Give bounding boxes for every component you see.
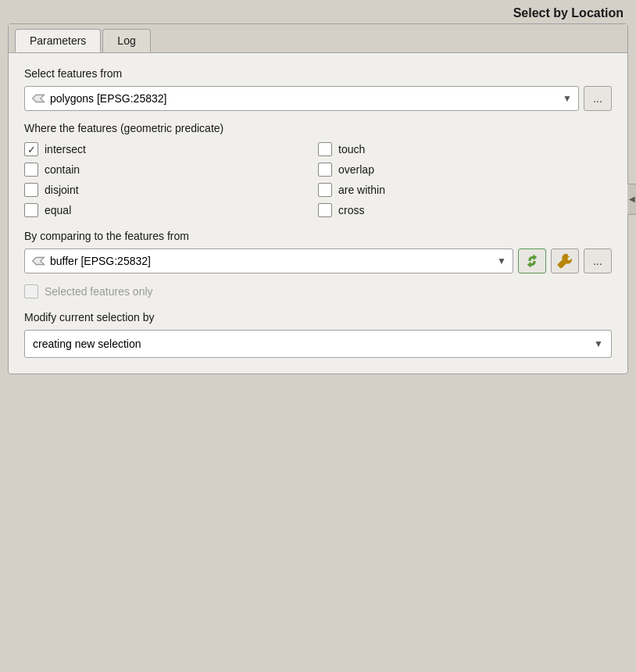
refresh-icon	[523, 252, 541, 270]
modify-selection-dropdown[interactable]: creating new selection ▼	[24, 330, 612, 358]
selected-features-checkbox[interactable]	[24, 284, 38, 298]
checkbox-are-within-label: are within	[338, 184, 385, 196]
compare-btn-ellipsis[interactable]: ...	[584, 248, 612, 273]
checkbox-intersect-box[interactable]: ✓	[24, 142, 38, 156]
selected-features-label: Selected features only	[45, 285, 153, 298]
checkbox-disjoint-box[interactable]	[24, 183, 38, 197]
checkbox-equal[interactable]: equal	[24, 203, 318, 217]
compare-features-dropdown[interactable]: buffer [EPSG:25832] ▼	[24, 248, 513, 273]
compare-features-label: By comparing to the features from	[24, 230, 612, 242]
checkbox-intersect[interactable]: ✓ intersect	[24, 142, 318, 156]
tab-parameters[interactable]: Parameters	[15, 29, 101, 52]
layer-icon	[31, 93, 45, 104]
geometric-predicate-label: Where the features (geometric predicate)	[24, 122, 612, 134]
checkboxes-grid: ✓ intersect touch contain overlap disjoi	[24, 142, 612, 217]
modify-selection-arrow: ▼	[594, 338, 603, 349]
main-panel: Parameters Log Select features from poly…	[8, 23, 628, 374]
select-features-arrow: ▼	[563, 93, 572, 104]
select-features-dropdown[interactable]: polygons [EPSG:25832] ▼	[24, 86, 579, 111]
select-features-btn[interactable]: ...	[584, 86, 612, 111]
checkbox-touch-box[interactable]	[318, 142, 332, 156]
select-features-label: Select features from	[24, 67, 612, 80]
checkbox-overlap[interactable]: overlap	[318, 163, 612, 177]
checkbox-contain-box[interactable]	[24, 163, 38, 177]
compare-features-value: buffer [EPSG:25832]	[50, 255, 151, 267]
checkbox-equal-label: equal	[45, 204, 71, 216]
checkbox-overlap-label: overlap	[338, 163, 374, 176]
selected-features-row: Selected features only	[24, 284, 612, 298]
wrench-icon	[556, 252, 573, 270]
compare-layer-icon	[31, 256, 45, 266]
checkbox-overlap-box[interactable]	[318, 163, 332, 177]
window-title: Select by Location	[513, 6, 623, 20]
checkbox-cross-label: cross	[338, 204, 364, 216]
collapse-handle[interactable]: ◀	[627, 184, 636, 215]
svg-marker-1	[33, 95, 44, 102]
modify-selection-value: creating new selection	[33, 338, 141, 350]
checkbox-are-within-box[interactable]	[318, 183, 332, 197]
checkbox-cross[interactable]: cross	[318, 203, 612, 217]
wrench-button[interactable]	[551, 248, 579, 273]
checkbox-touch-label: touch	[338, 143, 365, 155]
svg-marker-3	[33, 258, 44, 265]
checkbox-cross-box[interactable]	[318, 203, 332, 217]
checkbox-equal-box[interactable]	[24, 203, 38, 217]
checkbox-intersect-label: intersect	[45, 143, 86, 155]
checkbox-contain-label: contain	[45, 163, 80, 176]
compare-features-arrow: ▼	[497, 256, 506, 266]
select-features-value: polygons [EPSG:25832]	[50, 92, 166, 105]
checkbox-are-within[interactable]: are within	[318, 183, 612, 197]
compare-features-row: buffer [EPSG:25832] ▼ ...	[24, 248, 612, 273]
checkbox-disjoint[interactable]: disjoint	[24, 183, 318, 197]
checkbox-touch[interactable]: touch	[318, 142, 612, 156]
select-features-row: polygons [EPSG:25832] ▼ ...	[24, 86, 612, 111]
parameters-content: Select features from polygons [EPSG:2583…	[9, 53, 627, 374]
checkbox-disjoint-label: disjoint	[45, 184, 79, 196]
tab-bar: Parameters Log	[9, 24, 627, 53]
tab-log[interactable]: Log	[102, 29, 150, 52]
refresh-button[interactable]	[518, 248, 546, 273]
checkbox-contain[interactable]: contain	[24, 163, 318, 177]
modify-selection-label: Modify current selection by	[24, 311, 612, 323]
